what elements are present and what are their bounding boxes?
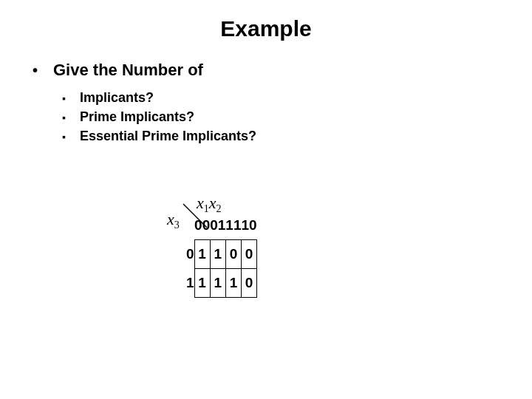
slide-title: Example [0, 0, 532, 41]
bullet-level1: • Give the Number of [33, 61, 532, 80]
bullet-square-icon: ▪ [62, 90, 80, 106]
bullet-square-icon: ▪ [62, 109, 80, 126]
bullet-level2: ▪ Prime Implicants? [62, 109, 532, 126]
kmap-cell: 1 [210, 240, 225, 269]
kmap-col-header: 11 [225, 211, 241, 240]
slide-body: • Give the Number of ▪ Implicants? ▪ Pri… [0, 41, 532, 145]
bullet-level2-text: Prime Implicants? [80, 109, 194, 125]
kmap-cell: 0 [225, 240, 241, 269]
kmap-cell: 0 [242, 240, 257, 269]
kmap-row-header: 0 [186, 240, 194, 269]
bullet-level1-text: Give the Number of [53, 61, 203, 80]
kmap-col-header: 01 [210, 211, 225, 240]
kmap-cell: 1 [210, 269, 225, 298]
kmap-cell: 1 [194, 240, 210, 269]
bullet-square-icon: ▪ [62, 129, 80, 145]
kmap-row-variable: x3 [167, 210, 180, 231]
kmap-row: 0 1 1 0 0 [186, 240, 257, 269]
kmap-header-row: 00 01 11 10 [186, 211, 257, 240]
kmap-cell: 1 [194, 269, 210, 298]
bullet-level2-text: Essential Prime Implicants? [80, 129, 256, 144]
slide: Example • Give the Number of ▪ Implicant… [0, 0, 532, 399]
bullet-level2-text: Implicants? [80, 90, 154, 106]
bullet-dot-icon: • [33, 61, 53, 80]
kmap-row-header: 1 [186, 269, 194, 298]
bullet-level2: ▪ Essential Prime Implicants? [62, 129, 532, 145]
bullet-level2: ▪ Implicants? [62, 90, 532, 106]
bullet-level2-group: ▪ Implicants? ▪ Prime Implicants? ▪ Esse… [33, 90, 532, 145]
kmap-corner [186, 211, 194, 240]
kmap-cell: 1 [225, 269, 241, 298]
kmap-row: 1 1 1 1 0 [186, 269, 257, 298]
kmap-col-header: 00 [194, 211, 210, 240]
kmap-cell: 0 [242, 269, 257, 298]
kmap-table: 00 01 11 10 0 1 1 0 0 1 1 1 1 0 [186, 211, 257, 298]
kmap-col-header: 10 [242, 211, 257, 240]
